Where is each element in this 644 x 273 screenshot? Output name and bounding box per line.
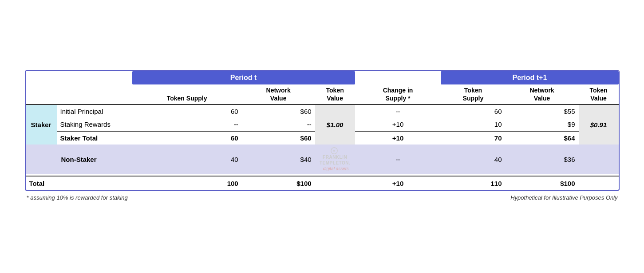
non-staker-network-t1: $36: [506, 145, 579, 174]
total-supply-t1: 110: [441, 176, 505, 190]
staking-rewards-supply-t1: 10: [441, 118, 505, 131]
total-token-value-empty: [315, 176, 355, 190]
token-value-t-header: TokenValue: [315, 84, 355, 104]
non-staker-supply-t1: 40: [441, 145, 505, 174]
main-table: Period t Period t+1 Token Supply Network…: [26, 71, 619, 190]
initial-principal-change: --: [355, 104, 441, 118]
initial-principal-network-t1: $55: [506, 104, 579, 118]
non-staker-row: Non-Staker 40 $40 ft FRANKLIN TEMPLETON.…: [26, 145, 619, 174]
table-container: Period t Period t+1 Token Supply Network…: [25, 70, 620, 191]
staker-token-value-t: $1.00: [315, 104, 355, 145]
non-staker-network-value: $40: [242, 145, 315, 174]
initial-principal-token-supply: 60: [132, 104, 242, 118]
staker-total-token-supply: 60: [132, 131, 242, 145]
total-token-value-t1-empty: [579, 176, 619, 190]
initial-principal-supply-t1: 60: [441, 104, 505, 118]
staker-total-change: +10: [355, 131, 441, 145]
staking-rewards-label: Staking Rewards: [57, 118, 132, 131]
initial-principal-row: Staker Initial Principal 60 $60 $1.00 --…: [26, 104, 619, 118]
network-value-t1-header: NetworkValue: [506, 84, 579, 104]
row-label-header: [26, 84, 132, 104]
footnote-row: * assuming 10% is rewarded for staking H…: [25, 191, 620, 203]
staking-rewards-network-value: --: [242, 118, 315, 131]
token-supply-header: Token Supply: [132, 84, 242, 104]
period-t1-header: Period t+1: [441, 71, 618, 84]
empty-col: [26, 71, 132, 84]
col-header-row: Token Supply NetworkValue TokenValue Cha…: [26, 84, 619, 104]
staker-total-network-value: $60: [242, 131, 315, 145]
staker-total-supply-t1: 70: [441, 131, 505, 145]
non-staker-token-supply: 40: [132, 145, 242, 174]
non-staker-change: --: [355, 145, 441, 174]
staker-token-value-t1: $0.91: [579, 104, 619, 145]
token-supply-t1-header: TokenSupply: [441, 84, 505, 104]
total-label: Total: [26, 176, 132, 190]
footnote-left: * assuming 10% is rewarded for staking: [27, 194, 128, 201]
svg-text:ft: ft: [333, 149, 335, 153]
staker-total-label: Staker Total: [57, 131, 132, 145]
network-value-header: NetworkValue: [242, 84, 315, 104]
period-header-row: Period t Period t+1: [26, 71, 619, 84]
non-staker-ft-watermark: ft FRANKLIN TEMPLETON. digital assets: [315, 145, 355, 174]
token-value-t1-header: TokenValue: [579, 84, 619, 104]
non-staker-token-value-t1: [579, 145, 619, 174]
total-row: Total 100 $100 +10 110 $100: [26, 176, 619, 190]
change-in-supply-header: Change inSupply *: [355, 84, 441, 104]
total-change: +10: [355, 176, 441, 190]
non-staker-label: Non-Staker: [26, 145, 132, 174]
footnote-right: Hypothetical for Illustrative Purposes O…: [510, 194, 617, 201]
staking-rewards-change: +10: [355, 118, 441, 131]
total-network-value: $100: [242, 176, 315, 190]
total-token-supply: 100: [132, 176, 242, 190]
outer-wrapper: Period t Period t+1 Token Supply Network…: [16, 61, 628, 212]
initial-principal-network-value: $60: [242, 104, 315, 118]
period-t-header: Period t: [132, 71, 355, 84]
empty-middle: [355, 71, 441, 84]
staker-total-network-t1: $64: [506, 131, 579, 145]
staker-label: Staker: [26, 104, 57, 145]
initial-principal-label: Initial Principal: [57, 104, 132, 118]
total-network-t1: $100: [506, 176, 579, 190]
staking-rewards-token-supply: --: [132, 118, 242, 131]
staking-rewards-network-t1: $9: [506, 118, 579, 131]
